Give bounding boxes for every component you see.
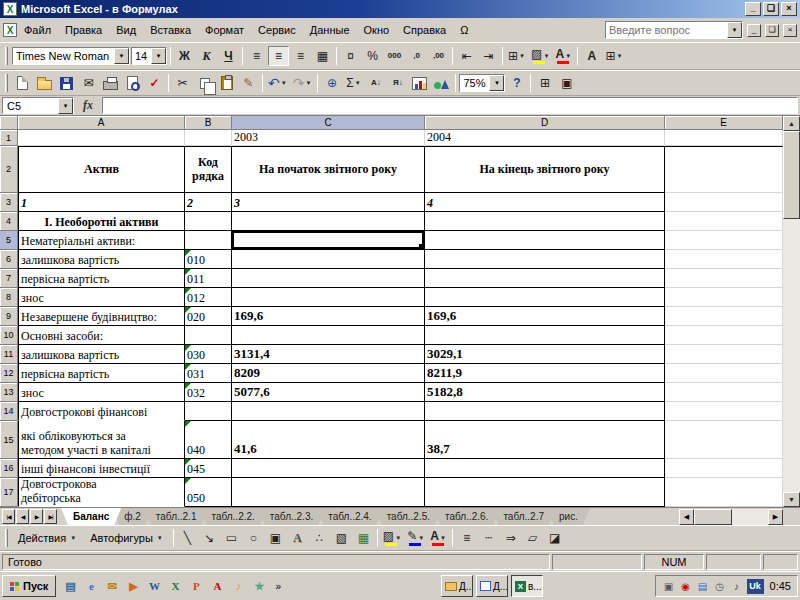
row-header-6[interactable]: 6 xyxy=(0,250,18,269)
cell-B1[interactable] xyxy=(185,130,232,146)
draw-actions-menu[interactable]: Действия▾ xyxy=(12,528,83,548)
quick-launch-messenger[interactable]: ★ xyxy=(250,577,268,595)
language-indicator[interactable]: Uk xyxy=(747,579,764,594)
scroll-right-button[interactable]: ▶ xyxy=(768,509,783,525)
clip-art-button[interactable]: ▧ xyxy=(331,528,352,548)
cell-D12[interactable]: 8211,9 xyxy=(425,364,665,383)
tab-nav-button-3[interactable]: ▶| xyxy=(44,509,57,524)
undo-button[interactable]: ↶▾ xyxy=(266,73,290,93)
cell-D4[interactable] xyxy=(425,212,665,231)
question-dropdown-icon[interactable]: ▾ xyxy=(727,22,742,38)
tab-nav-button-1[interactable]: ◀ xyxy=(16,509,29,524)
menu-item-7[interactable]: Окно xyxy=(357,20,397,40)
align-right-button[interactable]: ≡ xyxy=(290,46,311,66)
copy-button[interactable] xyxy=(194,73,215,93)
font-name-combo[interactable]: Times New Roman▾ xyxy=(12,47,130,65)
menu-item-1[interactable]: Правка xyxy=(58,20,109,40)
dropdown-arrow-icon[interactable]: ▾ xyxy=(151,48,166,64)
column-header-B[interactable]: B xyxy=(185,116,232,130)
dropdown-arrow-icon[interactable]: ▾ xyxy=(354,79,362,87)
toolbar-grip[interactable] xyxy=(5,47,8,65)
quick-launch-excel[interactable]: X xyxy=(166,577,184,595)
restore-button[interactable]: ❏ xyxy=(763,2,779,16)
insert-picture-button[interactable]: ▦ xyxy=(353,528,374,548)
toolbar-grip[interactable] xyxy=(5,529,8,547)
dropdown-arrow-icon[interactable]: ▾ xyxy=(417,534,425,542)
cell-C16[interactable] xyxy=(232,459,425,478)
quick-launch-powerpoint[interactable]: P xyxy=(187,577,205,595)
vertical-scroll-thumb[interactable] xyxy=(783,131,800,219)
taskbar-window-0[interactable]: Д... xyxy=(441,575,473,597)
cell-A10[interactable]: Основні засоби: xyxy=(18,326,185,345)
sort-descending-button[interactable]: Я↓ xyxy=(387,73,408,93)
tab-nav-button-2[interactable]: ▶ xyxy=(30,509,43,524)
sheet-tab-табл..2.1[interactable]: табл..2.1 xyxy=(144,508,209,525)
workbook-icon[interactable]: X xyxy=(3,23,17,37)
cell-B11[interactable]: 030 xyxy=(185,345,232,364)
insert-function-button[interactable]: fx xyxy=(76,97,100,114)
cell-D16[interactable] xyxy=(425,459,665,478)
align-left-button[interactable]: ≡ xyxy=(246,46,267,66)
chart-wizard-button[interactable] xyxy=(409,73,430,93)
print-button[interactable] xyxy=(100,73,121,93)
formula-input[interactable] xyxy=(102,97,798,114)
cell-C15[interactable]: 41,6 xyxy=(232,421,425,459)
dropdown-arrow-icon[interactable]: ▾ xyxy=(304,79,312,87)
cell-A4[interactable]: I. Необоротні активи xyxy=(18,212,185,231)
new-button[interactable] xyxy=(12,73,33,93)
column-header-E[interactable]: E xyxy=(665,116,783,130)
cell-B7[interactable]: 011 xyxy=(185,269,232,288)
row-header-1[interactable]: 1 xyxy=(0,130,18,146)
row-header-17[interactable]: 17 xyxy=(0,478,18,507)
format-painter-button[interactable]: ✎ xyxy=(238,73,259,93)
dropdown-arrow-icon[interactable]: ▾ xyxy=(439,534,447,542)
row-header-8[interactable]: 8 xyxy=(0,288,18,307)
cell-E4[interactable] xyxy=(665,212,783,231)
quick-launch-acrobat[interactable]: A xyxy=(208,577,226,595)
percent-style-button[interactable]: % xyxy=(362,46,383,66)
sheet-tab-табл..2.4.[interactable]: табл..2.4. xyxy=(316,508,383,525)
fill-color-button[interactable]: ▨▾ xyxy=(529,46,552,66)
row-header-7[interactable]: 7 xyxy=(0,269,18,288)
minimize-button[interactable]: _ xyxy=(745,2,761,16)
quick-launch-outlook[interactable]: ✉ xyxy=(103,577,121,595)
cell-E3[interactable] xyxy=(665,193,783,212)
spelling-button[interactable]: ✓ xyxy=(144,73,165,93)
table-style-button[interactable]: ⊞▾ xyxy=(603,46,625,66)
cell-A5[interactable]: Нематеріальні активи: xyxy=(18,231,185,250)
dropdown-arrow-icon[interactable]: ▾ xyxy=(394,534,402,542)
cell-A14[interactable]: Довгострокові фінансові xyxy=(18,402,185,421)
taskbar-window-1[interactable]: Д... xyxy=(476,575,508,597)
cell-C2[interactable]: На початок звітного року xyxy=(232,146,425,193)
cell-D1[interactable]: 2004 xyxy=(425,130,665,146)
arrow-button[interactable]: ↘ xyxy=(199,528,220,548)
underline-button[interactable]: Ч xyxy=(218,46,239,66)
cell-E5[interactable] xyxy=(665,231,783,250)
save-button[interactable] xyxy=(56,73,77,93)
window-split-button[interactable]: ▣ xyxy=(556,73,577,93)
sheet-tab-Баланс[interactable]: Баланс xyxy=(61,508,121,525)
cell-A16[interactable]: інші фінансові інвестиції xyxy=(18,459,185,478)
quick-launch-word[interactable]: W xyxy=(145,577,163,595)
workbook-minimize-button[interactable]: _ xyxy=(747,24,761,37)
column-header-C[interactable]: C xyxy=(232,116,425,130)
cell-A8[interactable]: знос xyxy=(18,288,185,307)
dash-style-button[interactable]: ┄ xyxy=(478,528,499,548)
row-header-10[interactable]: 10 xyxy=(0,326,18,345)
italic-button[interactable]: К xyxy=(196,46,217,66)
font-color-button[interactable]: А▾ xyxy=(553,46,574,66)
autosum-button[interactable]: Σ▾ xyxy=(343,73,364,93)
sheet-tab-табл..2.7[interactable]: табл..2.7 xyxy=(491,508,556,525)
tray-volume[interactable]: ♪ xyxy=(730,579,744,593)
row-header-3[interactable]: 3 xyxy=(0,193,18,212)
menu-item-8[interactable]: Справка xyxy=(396,20,453,40)
tray-network[interactable]: ▤ xyxy=(696,579,710,593)
line-color-button[interactable]: ✎▾ xyxy=(405,528,427,548)
cell-C13[interactable]: 5077,6 xyxy=(232,383,425,402)
cell-A6[interactable]: залишкова вартість xyxy=(18,250,185,269)
cell-B15[interactable]: 040 xyxy=(185,421,232,459)
quick-launch-player[interactable]: ♪ xyxy=(229,577,247,595)
cell-E14[interactable] xyxy=(665,402,783,421)
horizontal-scroll-track[interactable] xyxy=(694,509,768,525)
cell-E9[interactable] xyxy=(665,307,783,326)
